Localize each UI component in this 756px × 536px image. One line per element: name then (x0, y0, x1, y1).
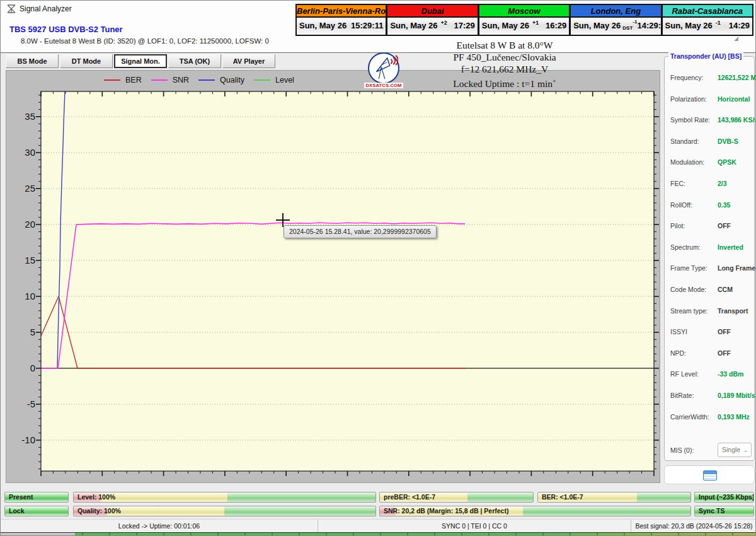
clock-time: 17:29 (454, 21, 475, 30)
legend-label-ber: BER (125, 76, 142, 84)
transponder-label: Stream type: (670, 307, 708, 315)
tab-signal-mon[interactable]: Signal Mon. (114, 54, 167, 68)
signal-bar-lock: Lock (4, 506, 69, 516)
tab-tsa-ok[interactable]: TSA (OK) (168, 54, 221, 68)
y-axis-label: 10 (25, 291, 35, 301)
legend-item-level: Level (254, 76, 294, 84)
tuner-name: TBS 5927 USB DVB-S2 Tuner (9, 25, 123, 34)
transponder-label: BitRate: (670, 392, 694, 399)
world-clock-moscow: MoscowSun, May 26+116:29 (479, 4, 570, 36)
clock-time-row: Sun, May 2615:29:11 (297, 18, 386, 33)
chart-legend: BERSNRQualityLevel (104, 76, 294, 84)
legend-swatch-ber (104, 79, 120, 81)
transponder-value: Horizontal (718, 95, 750, 103)
signal-bar-input-kbps: Input (~235 Kbps) (694, 492, 754, 503)
legend-item-snr: SNR (151, 76, 189, 84)
transponder-row-pilot: Pilot:OFF (665, 222, 755, 235)
transponder-label: Frame Type: (670, 264, 707, 272)
legend-item-ber: BER (104, 76, 142, 84)
signal-chart[interactable]: 35302520151050-5-10 (6, 71, 661, 484)
transponder-panel-title: Transponder (AU) [BS] (668, 52, 743, 60)
transponder-row-codemode: Code Mode:CCM (665, 286, 755, 298)
clock-time-row: Sun, May 26+217:29 (387, 18, 477, 33)
satellite-annotation: Eutelsat 8 W B at 8.0°W PF 450_Lučenec/S… (379, 39, 631, 90)
dxsatcs-logo-text: DXSATCS.COM (364, 83, 403, 88)
y-axis-label: 15 (25, 255, 35, 265)
mis-label: MIS (0): (670, 446, 694, 454)
signal-bar-quality: Quality: 100% (73, 506, 376, 516)
signal-bar-ber: BER: <1.0E-7 (537, 492, 691, 503)
clock-time: 14:29 (729, 21, 750, 30)
clock-date: Sun, May 26 (573, 21, 621, 30)
y-axis-label: 30 (25, 147, 35, 158)
transponder-row-streamtype: Stream type:Transport (665, 307, 755, 320)
transponder-value: 143,986 KS/s (718, 116, 756, 124)
transponder-label: Pilot: (670, 222, 685, 230)
y-axis-label: -10 (21, 434, 35, 445)
transponder-row-spectrum: Spectrum:Inverted (665, 243, 755, 256)
transponder-label: Polarization: (670, 95, 707, 103)
transponder-value: -33 dBm (718, 370, 743, 378)
background-window-artifact (734, 37, 738, 41)
signal-bar-preber: preBER: <1.0E-7 (379, 492, 534, 503)
transponder-row-standard: Standard:DVB-S (665, 137, 755, 150)
tab-dt-mode[interactable]: DT Mode (60, 54, 113, 68)
statusbar: Locked -> Uptime: 00:01:06 SYNC 0 | TEI … (1, 519, 756, 532)
clock-date: Sun, May 26 (390, 21, 437, 30)
y-axis-label: 20 (25, 219, 35, 230)
clock-utc-offset: +1 (532, 20, 539, 26)
transponder-value: 0,193 MHz (718, 413, 750, 421)
tab-bs-mode[interactable]: BS Mode (6, 54, 59, 68)
annotation-frequency: f=12 621,662 MHz_V (379, 63, 631, 75)
transponder-row-rolloff: RollOff:0.35 (665, 201, 755, 214)
transponder-row-frametype: Frame Type:Long Frame (665, 264, 755, 277)
legend-swatch-level (254, 79, 270, 81)
transponder-value: 0,189 Mbit/s (718, 392, 755, 399)
signal-bar-sync-ts: Sync TS (694, 506, 754, 516)
clock-city-label: Moscow (479, 5, 569, 18)
app-antenna-icon (6, 4, 16, 14)
clock-dst-flag: DST-1 (622, 23, 637, 31)
transponder-row-fec: FEC:2/3 (665, 180, 755, 192)
clock-utc-offset: -1 (716, 20, 721, 26)
clock-time: 16:29 (546, 21, 566, 30)
transponder-row-rflevel: RF Level:-33 dBm (665, 370, 755, 383)
transponder-value: Transport (718, 307, 748, 315)
legend-item-quality: Quality (198, 76, 244, 84)
annotation-satellite: Eutelsat 8 W B at 8.0°W (379, 39, 631, 51)
list-window-icon (703, 470, 717, 481)
transponder-value: QPSK (718, 158, 736, 166)
clock-utc-offset: +2 (441, 20, 447, 26)
legend-label-level: Level (275, 76, 294, 84)
clock-city-label: Dubai (387, 5, 477, 18)
y-axis-label: 5 (30, 327, 35, 337)
transponder-list-button[interactable] (664, 465, 755, 484)
clock-date: Sun, May 26 (482, 21, 529, 30)
signal-bar-snr: SNR: 20,2 dB (Margin: 15,8 dB | Perfect) (379, 506, 691, 516)
legend-swatch-snr (151, 79, 168, 81)
y-axis-label: 35 (25, 111, 35, 122)
signal-chart-panel[interactable]: BERSNRQualityLevel 35302520151050-5-10 (6, 70, 660, 483)
transponder-row-polarization: Polarization:Horizontal (665, 95, 755, 108)
transponder-value: OFF (718, 222, 731, 230)
legend-label-quality: Quality (220, 76, 244, 84)
world-clock-berlin-paris-vienna-roma: Berlin-Paris-Vienna-RomaSun, May 2615:29… (295, 4, 387, 36)
clock-time: 15:29:11 (351, 21, 383, 30)
mis-select[interactable]: Single ⌄ (718, 443, 752, 457)
transponder-value: OFF (718, 349, 731, 357)
tab-av-player[interactable]: AV Player (222, 54, 275, 68)
transponder-label: RF Level: (670, 370, 699, 378)
dxsatcs-logo: DXSATCS.COM (361, 52, 406, 89)
signal-bar-present: Present (4, 492, 69, 503)
transponder-value: Long Frame (718, 264, 755, 272)
world-clocks: Berlin-Paris-Vienna-RomaSun, May 2615:29… (295, 4, 753, 36)
world-clock-rabat-casablanca: Rabat-CasablancaSun, May 26-114:29 (662, 4, 753, 36)
chart-tooltip: 2024-05-26 15.28.41, value: 20,299999237… (284, 225, 437, 238)
clock-city-label: London, Eng (571, 5, 660, 18)
annotation-uptime: Locked Uptime : t=1 min+ (379, 75, 631, 90)
clock-city-label: Berlin-Paris-Vienna-Roma (297, 5, 386, 18)
transponder-row-modulation: Modulation:QPSK (665, 158, 755, 171)
world-clock-london-eng: London, EngSun, May 26DST-114:29:11 (570, 4, 662, 36)
transponder-row-npd: NPD:OFF (665, 349, 755, 362)
transponder-label: NPD: (670, 349, 686, 357)
